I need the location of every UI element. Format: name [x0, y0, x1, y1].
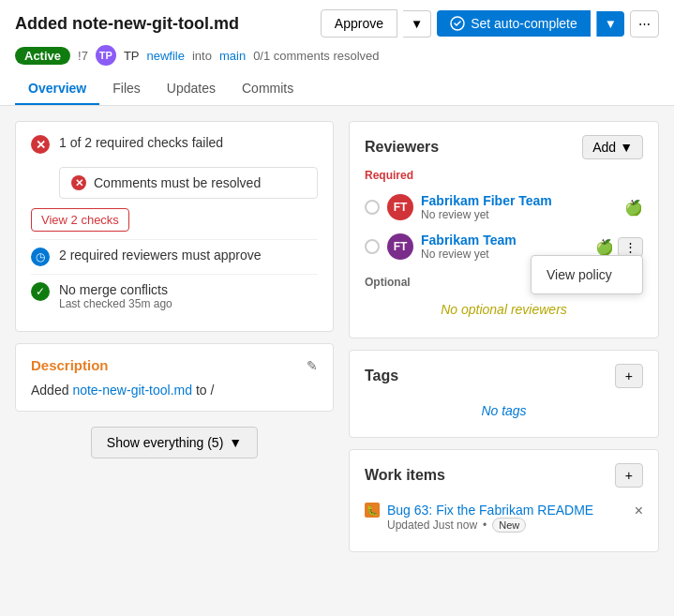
work-item-status: New: [492, 518, 526, 533]
reviewer-policy-icon-1: 🍏: [624, 199, 643, 217]
reviewer-more-button[interactable]: ⋮: [618, 237, 643, 257]
description-title: Description: [31, 357, 109, 373]
into-label: into: [192, 49, 212, 63]
description-link[interactable]: note-new-git-tool.md: [72, 383, 192, 398]
main-content: ✕ 1 of 2 required checks failed ✕ Commen…: [0, 106, 674, 567]
remove-work-item-button[interactable]: ×: [635, 503, 643, 519]
avatar: TP: [96, 45, 116, 66]
work-item-updated: Updated Just now: [387, 518, 477, 532]
check3-label: No merge conflicts: [59, 282, 172, 297]
dot-separator: •: [483, 518, 487, 532]
tab-files[interactable]: Files: [99, 73, 154, 105]
work-item-meta: Updated Just now • New: [387, 518, 627, 533]
add-tag-button[interactable]: +: [615, 364, 643, 388]
show-everything-container: Show everything (5) ▼: [15, 423, 334, 458]
tab-overview[interactable]: Overview: [15, 73, 99, 105]
add-chevron-icon: ▼: [620, 140, 633, 155]
no-tags: No tags: [365, 398, 643, 424]
work-item-title[interactable]: Bug 63: Fix the Fabrikam README: [387, 503, 627, 518]
reviewer-name-1[interactable]: Fabrikam Fiber Team: [421, 193, 552, 208]
view-checks-container: View 2 checks: [31, 204, 318, 232]
check1-label: 1 of 2 required checks failed: [59, 135, 223, 150]
branch-from-link[interactable]: newfile: [147, 49, 185, 63]
page-title: Added note-new-git-tool.md: [15, 14, 239, 34]
approve-caret-button[interactable]: ▼: [403, 10, 431, 38]
description-card: Description ✎ Added note-new-git-tool.md…: [15, 343, 334, 412]
reviewer-status-1: No review yet: [421, 208, 552, 221]
check3-content: No merge conflicts Last checked 35m ago: [59, 282, 172, 310]
right-panel: Reviewers Add ▼ Required FT Fabrikam Fib…: [349, 121, 659, 552]
description-suffix: to /: [192, 383, 214, 398]
add-work-item-button[interactable]: +: [615, 463, 643, 488]
reviewer-avatar-1: FT: [387, 194, 413, 220]
bug-icon: 🐛: [365, 503, 380, 518]
comments-x-icon: ✕: [71, 175, 86, 190]
comments-box: ✕ Comments must be resolved: [59, 167, 318, 199]
reviewer-info-2: Fabrikam Team No review yet: [421, 233, 517, 261]
check2-label: 2 required reviewers must approve: [59, 248, 262, 263]
reviewer-actions-1: 🍏: [624, 199, 643, 217]
left-panel: ✕ 1 of 2 required checks failed ✕ Commen…: [15, 121, 334, 552]
show-everything-button[interactable]: Show everything (5) ▼: [91, 427, 258, 458]
check3-sub: Last checked 35m ago: [59, 297, 172, 310]
required-label: Required: [365, 169, 643, 182]
reviewer-item-2: FT Fabrikam Team No review yet 🍏 ⋮ View …: [365, 227, 643, 266]
clock-icon: ◷: [31, 248, 50, 266]
x-icon: ✕: [31, 135, 50, 154]
show-everything-label: Show everything (5): [107, 435, 224, 450]
approve-button[interactable]: Approve: [321, 9, 397, 38]
description-text: Added: [31, 383, 72, 398]
check-item-failed: ✕ 1 of 2 required checks failed: [31, 135, 318, 161]
check-item-reviewers: ◷ 2 required reviewers must approve: [31, 239, 318, 274]
tags-header: Tags +: [365, 364, 643, 388]
page-header: Added note-new-git-tool.md Approve ▼ Set…: [0, 0, 674, 106]
reviewer-policy-icon-2: 🍏: [595, 238, 614, 256]
author-name: TP: [124, 49, 140, 63]
reviewer-avatar-2: FT: [387, 233, 413, 260]
reviewer-item-1: FT Fabrikam Fiber Team No review yet 🍏: [365, 188, 643, 227]
reviewer-actions-2: 🍏 ⋮: [595, 237, 643, 257]
autocomplete-button[interactable]: Set auto-complete: [437, 10, 591, 37]
description-header: Description ✎: [31, 357, 318, 373]
pr-number: !7: [78, 49, 88, 63]
reviewer-info-1: Fabrikam Fiber Team No review yet: [421, 193, 552, 221]
header-actions: Approve ▼ Set auto-complete ▼ ⋯: [321, 9, 659, 38]
tab-commits[interactable]: Commits: [229, 73, 307, 105]
view-policy-menu-item[interactable]: View policy: [532, 260, 642, 290]
reviewer-name-2[interactable]: Fabrikam Team: [421, 233, 517, 248]
view-checks-button[interactable]: View 2 checks: [31, 208, 129, 232]
status-badge: Active: [15, 47, 70, 65]
work-items-header: Work items +: [365, 463, 643, 488]
work-item-1: 🐛 Bug 63: Fix the Fabrikam README Update…: [365, 497, 643, 538]
reviewers-header: Reviewers Add ▼: [365, 135, 643, 159]
reviewer-status-2: No review yet: [421, 248, 517, 261]
work-items-title: Work items: [365, 467, 445, 484]
add-reviewer-label: Add: [592, 140, 616, 155]
chevron-down-icon: ▼: [229, 435, 242, 450]
edit-description-button[interactable]: ✎: [307, 358, 318, 373]
more-options-button[interactable]: ⋯: [630, 10, 659, 38]
reviewer-radio-1: [365, 200, 380, 215]
description-body: Added note-new-git-tool.md to /: [31, 383, 318, 398]
autocomplete-icon: [450, 16, 465, 31]
check-icon: ✓: [31, 282, 50, 301]
checks-card: ✕ 1 of 2 required checks failed ✕ Commen…: [15, 121, 334, 332]
tags-card: Tags + No tags: [349, 350, 659, 438]
tab-updates[interactable]: Updates: [154, 73, 229, 105]
context-menu: View policy: [531, 255, 643, 294]
pr-meta: Active !7 TP TP newfile into main 0/1 co…: [15, 45, 659, 66]
reviewers-card: Reviewers Add ▼ Required FT Fabrikam Fib…: [349, 121, 659, 338]
reviewers-title: Reviewers: [365, 139, 439, 156]
autocomplete-caret-button[interactable]: ▼: [596, 11, 624, 37]
add-reviewer-button[interactable]: Add ▼: [582, 135, 643, 159]
reviewer-radio-2: [365, 239, 380, 254]
check-item-conflicts: ✓ No merge conflicts Last checked 35m ag…: [31, 274, 318, 318]
work-item-content: Bug 63: Fix the Fabrikam README Updated …: [387, 503, 627, 533]
comments-label: Comments must be resolved: [94, 175, 261, 190]
nav-tabs: Overview Files Updates Commits: [15, 73, 659, 105]
branch-to-link[interactable]: main: [219, 49, 246, 63]
comments-resolved: 0/1 comments resolved: [253, 49, 379, 63]
add-work-item-plus-icon: +: [625, 468, 633, 483]
tags-title: Tags: [365, 368, 398, 384]
add-tag-plus-icon: +: [625, 368, 633, 383]
